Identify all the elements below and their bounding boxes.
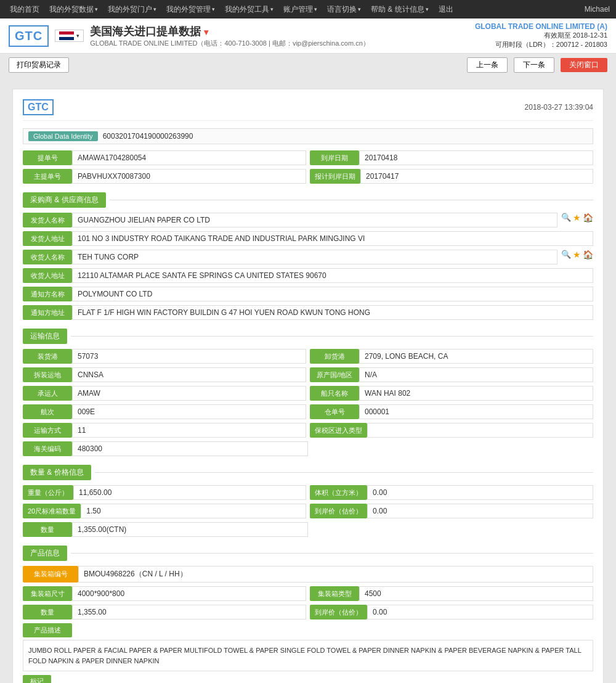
nav-logout[interactable]: 退出 [435,4,457,15]
marks-button[interactable]: 标记 [23,675,51,683]
document-container: GTC 2018-03-27 13:39:04 Global Data Iden… [12,89,604,683]
header-left: GTC ▾ 美国海关进口提单数据 ▾ GLOBAL TRADE ONLINE L… [9,24,370,48]
transport-mode-value: 11 [72,423,306,438]
identity-row: Global Data Identity 6003201704190000263… [23,128,593,144]
container-size-value: 4000*900*800 [72,586,306,601]
shipper-addr-label: 发货人地址 [23,231,72,246]
prod-declared-value-label: 到岸价（估价） [310,605,367,620]
hs-label: 海关编码 [23,441,72,456]
top-navigation: 我的首页 我的外贸数据 ▾ 我的外贸门户 ▾ 我的外贸管理 ▾ 我的外贸工具 ▾… [0,0,616,18]
product-section-header: 产品信息 [23,546,593,561]
doc-logo-text: GTC [28,102,49,112]
consignee-home-icon[interactable]: 🏠 [583,250,593,264]
carrier-label: 承运人 [23,386,72,401]
header-title-block: 美国海关进口提单数据 ▾ GLOBAL TRADE ONLINE LIMITED… [90,24,370,48]
vessel-label: 船只名称 [310,386,359,401]
nav-portal[interactable]: 我的外贸门户 ▾ [104,4,160,15]
consignee-star-icon[interactable]: ★ [573,250,581,264]
volume-value: 0.00 [367,485,593,500]
loading-port-label: 装货港 [23,349,72,364]
nav-data[interactable]: 我的外贸数据 ▾ [46,4,102,15]
doc-logo-box: GTC [23,99,54,115]
container-type-value: 4500 [359,586,593,601]
nav-home[interactable]: 我的首页 [6,4,43,15]
declared-value-value: 0.00 [367,504,593,518]
logo-text: GTC [15,29,43,43]
transport-section-title: 运输信息 [23,329,67,344]
product-section-title: 产品信息 [23,546,67,561]
prod-desc-label: 产品描述 [23,623,72,637]
declared-value-label: 到岸价（估价） [310,504,367,518]
supplier-section-title: 采购商 & 供应商信息 [23,192,106,208]
shipper-star-icon[interactable]: ★ [573,213,581,227]
prev-button[interactable]: 上一条 [467,57,508,73]
weight-label: 重量（公斤） [23,485,73,500]
bill-no-label: 提单号 [23,150,72,165]
shipper-name-label: 发货人名称 [23,213,72,227]
origin-label: 原产国/地区 [310,367,359,382]
prod-declared-value-value: 0.00 [367,605,593,620]
shipper-home-icon[interactable]: 🏠 [583,213,593,227]
doc-logo: GTC [23,99,54,115]
unloading-port-label: 卸货港 [310,349,359,364]
ldr-info: 可用时段（LDR）：200712 - 201803 [475,40,607,49]
nav-items: 我的首页 我的外贸数据 ▾ 我的外贸门户 ▾ 我的外贸管理 ▾ 我的外贸工具 ▾… [6,4,457,15]
unloading-port-value: 2709, LONG BEACH, CA [359,349,593,364]
transport-mode-label: 运输方式 [23,423,72,438]
consignee-search-icon[interactable]: 🔍 [561,250,571,264]
country-flag[interactable]: ▾ [55,30,84,42]
carrier-value: AMAW [72,386,306,401]
flag-chevron: ▾ [76,33,79,39]
nav-tools[interactable]: 我的外贸工具 ▾ [221,4,277,15]
consignee-icons: 🔍 ★ 🏠 [561,250,593,264]
doc-header: GTC 2018-03-27 13:39:04 [23,99,593,121]
shipper-icons: 🔍 ★ 🏠 [561,213,593,227]
logo: GTC [9,25,49,47]
validity-date: 有效期至 2018-12-31 [475,31,607,40]
prod-qty-value: 1,355.00 [72,605,306,620]
notify-addr-value: FLAT F 1/F HIGH WIN FACTORY BUILDIN G 47… [72,305,593,320]
notify-name-value: POLYMOUNT CO LTD [72,287,593,301]
report-date-value: 20170417 [360,169,593,184]
identity-label: Global Data Identity [28,131,98,141]
volume-label: 体积（立方米） [310,485,367,500]
marks-row: 标记 [23,675,593,683]
manifest-label: 仓单号 [310,404,359,419]
product-description: JUMBO ROLL PAPER & FACIAL PAPER & PAPER … [23,640,593,671]
prod-qty-label: 数量 [23,605,72,620]
nav-account[interactable]: 账户管理 ▾ [280,4,321,15]
qty-value: 1,355.00(CTN) [72,522,308,537]
notify-name-label: 通知方名称 [23,287,72,301]
bonded-value [367,423,593,438]
manifest-value: 000001 [359,404,593,419]
top-toolbar: 打印贸易记录 上一条 下一条 关闭窗口 [0,54,616,76]
header: GTC ▾ 美国海关进口提单数据 ▾ GLOBAL TRADE ONLINE L… [0,18,616,54]
next-button[interactable]: 下一条 [514,57,554,73]
nav-help[interactable]: 帮助 & 统计信息 ▾ [367,4,432,15]
nav-management[interactable]: 我的外贸管理 ▾ [163,4,219,15]
identity-value: 60032017041900002639​90 [103,132,193,141]
hs-value: 480300 [72,441,308,456]
close-button[interactable]: 关闭窗口 [561,58,607,72]
quantity-section-header: 数量 & 价格信息 [23,465,593,480]
voyage-label: 航次 [23,404,72,419]
container-type-label: 集装箱类型 [310,586,359,601]
container-no-value: BMOU4968226（CN / L / HH） [78,566,593,583]
main-bill-value: PABVHUXX70087300 [72,169,306,184]
consignee-name-value: TEH TUNG CORP [72,250,557,264]
supplier-section-header: 采购商 & 供应商信息 [23,192,593,208]
transport-section-header: 运输信息 [23,329,593,344]
container-size-label: 集装箱尺寸 [23,586,72,601]
user-name: Michael [585,5,610,14]
arrival-date-label: 到岸日期 [310,150,359,165]
us-flag [59,31,74,40]
header-contact: GLOBAL TRADE ONLINE LIMITED（电话：400-710-3… [90,39,370,48]
qty-label: 数量 [23,522,72,537]
nav-language[interactable]: 语言切换 ▾ [323,4,365,15]
consignee-addr-value: 12110 ALTAMAR PLACE SANTA FE SPRINGS CA … [72,268,593,283]
print-button[interactable]: 打印贸易记录 [9,57,69,73]
bonded-label: 保税区进入类型 [310,423,367,438]
teu-value: 1.50 [81,504,306,518]
shipper-search-icon[interactable]: 🔍 [561,213,571,227]
main-bill-label: 主提单号 [23,169,72,184]
